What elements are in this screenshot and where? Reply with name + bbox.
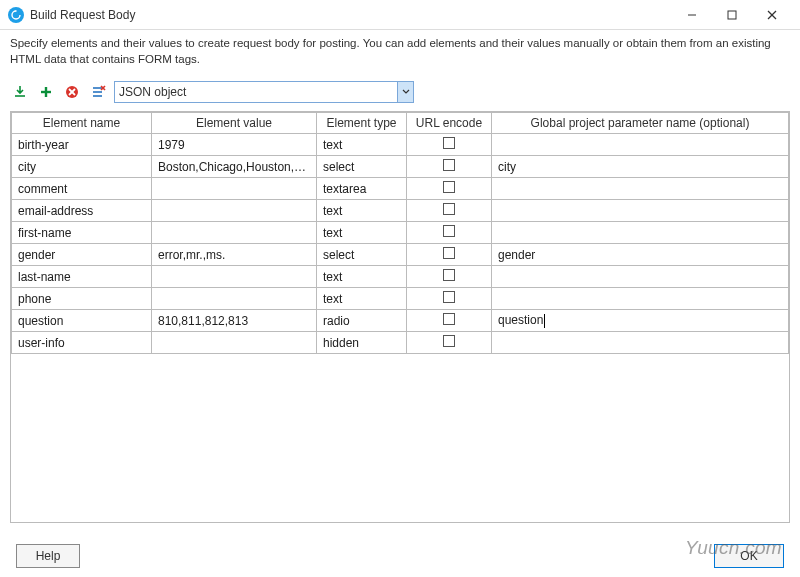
cell-name[interactable]: phone (12, 288, 152, 310)
col-element-type[interactable]: Element type (317, 113, 407, 134)
grid-header-row: Element name Element value Element type … (12, 113, 789, 134)
cell-value[interactable] (152, 222, 317, 244)
clear-icon[interactable] (88, 82, 108, 102)
cell-type[interactable]: text (317, 266, 407, 288)
cell-global[interactable] (492, 266, 789, 288)
help-button[interactable]: Help (16, 544, 80, 568)
cell-type[interactable]: text (317, 200, 407, 222)
cell-global[interactable] (492, 134, 789, 156)
cell-name[interactable]: email-address (12, 200, 152, 222)
cell-global[interactable]: city (492, 156, 789, 178)
cell-url-encode[interactable] (407, 288, 492, 310)
toolbar: JSON object (0, 77, 800, 111)
cell-global[interactable] (492, 200, 789, 222)
cell-type[interactable]: textarea (317, 178, 407, 200)
elements-grid: Element name Element value Element type … (10, 111, 790, 523)
table-row[interactable]: email-addresstext (12, 200, 789, 222)
ok-button[interactable]: OK (714, 544, 784, 568)
cell-name[interactable]: gender (12, 244, 152, 266)
svg-rect-1 (728, 11, 736, 19)
chevron-down-icon (397, 82, 413, 102)
col-element-value[interactable]: Element value (152, 113, 317, 134)
app-icon (8, 7, 24, 23)
table-row[interactable]: first-nametext (12, 222, 789, 244)
table-row[interactable]: user-infohidden (12, 332, 789, 354)
cell-url-encode[interactable] (407, 156, 492, 178)
cell-name[interactable]: first-name (12, 222, 152, 244)
table-row[interactable]: commenttextarea (12, 178, 789, 200)
cell-url-encode[interactable] (407, 266, 492, 288)
cell-url-encode[interactable] (407, 222, 492, 244)
cell-value[interactable]: 1979 (152, 134, 317, 156)
checkbox-icon[interactable] (443, 313, 455, 325)
cell-name[interactable]: birth-year (12, 134, 152, 156)
cell-url-encode[interactable] (407, 244, 492, 266)
checkbox-icon[interactable] (443, 335, 455, 347)
cell-type[interactable]: text (317, 134, 407, 156)
cell-type[interactable]: radio (317, 310, 407, 332)
col-element-name[interactable]: Element name (12, 113, 152, 134)
checkbox-icon[interactable] (443, 203, 455, 215)
window-title: Build Request Body (30, 8, 672, 22)
format-select-label: JSON object (119, 85, 397, 99)
cell-value[interactable] (152, 288, 317, 310)
cell-name[interactable]: user-info (12, 332, 152, 354)
titlebar: Build Request Body (0, 0, 800, 30)
cell-global[interactable] (492, 288, 789, 310)
checkbox-icon[interactable] (443, 137, 455, 149)
window-controls (672, 1, 792, 29)
cell-value[interactable]: error,mr.,ms. (152, 244, 317, 266)
dialog-footer: Help OK (0, 535, 800, 577)
cell-value[interactable]: 810,811,812,813 (152, 310, 317, 332)
checkbox-icon[interactable] (443, 291, 455, 303)
cell-type[interactable]: text (317, 288, 407, 310)
cell-value[interactable] (152, 178, 317, 200)
cell-global[interactable]: question (492, 310, 789, 332)
table-row[interactable]: gendererror,mr.,ms.selectgender (12, 244, 789, 266)
cell-name[interactable]: question (12, 310, 152, 332)
remove-icon[interactable] (62, 82, 82, 102)
cell-global[interactable] (492, 332, 789, 354)
checkbox-icon[interactable] (443, 269, 455, 281)
cell-type[interactable]: select (317, 156, 407, 178)
checkbox-icon[interactable] (443, 159, 455, 171)
cell-global[interactable] (492, 222, 789, 244)
table-row[interactable]: birth-year1979text (12, 134, 789, 156)
import-icon[interactable] (10, 82, 30, 102)
cell-value[interactable] (152, 332, 317, 354)
checkbox-icon[interactable] (443, 225, 455, 237)
cell-name[interactable]: city (12, 156, 152, 178)
cell-url-encode[interactable] (407, 310, 492, 332)
cell-type[interactable]: hidden (317, 332, 407, 354)
description-text: Specify elements and their values to cre… (0, 30, 800, 77)
format-select[interactable]: JSON object (114, 81, 414, 103)
table-row[interactable]: phonetext (12, 288, 789, 310)
table-row[interactable]: question810,811,812,813radioquestion (12, 310, 789, 332)
cell-name[interactable]: comment (12, 178, 152, 200)
cell-url-encode[interactable] (407, 178, 492, 200)
cell-global[interactable]: gender (492, 244, 789, 266)
minimize-button[interactable] (672, 1, 712, 29)
col-global-param[interactable]: Global project parameter name (optional) (492, 113, 789, 134)
cell-url-encode[interactable] (407, 200, 492, 222)
checkbox-icon[interactable] (443, 181, 455, 193)
cell-global[interactable] (492, 178, 789, 200)
col-url-encode[interactable]: URL encode (407, 113, 492, 134)
cell-name[interactable]: last-name (12, 266, 152, 288)
cell-url-encode[interactable] (407, 134, 492, 156)
maximize-button[interactable] (712, 1, 752, 29)
close-button[interactable] (752, 1, 792, 29)
cell-value[interactable]: Boston,Chicago,Houston,Los A... (152, 156, 317, 178)
table-row[interactable]: cityBoston,Chicago,Houston,Los A...selec… (12, 156, 789, 178)
table-row[interactable]: last-nametext (12, 266, 789, 288)
checkbox-icon[interactable] (443, 247, 455, 259)
cell-value[interactable] (152, 200, 317, 222)
add-icon[interactable] (36, 82, 56, 102)
cell-value[interactable] (152, 266, 317, 288)
cell-url-encode[interactable] (407, 332, 492, 354)
cell-type[interactable]: text (317, 222, 407, 244)
cell-type[interactable]: select (317, 244, 407, 266)
